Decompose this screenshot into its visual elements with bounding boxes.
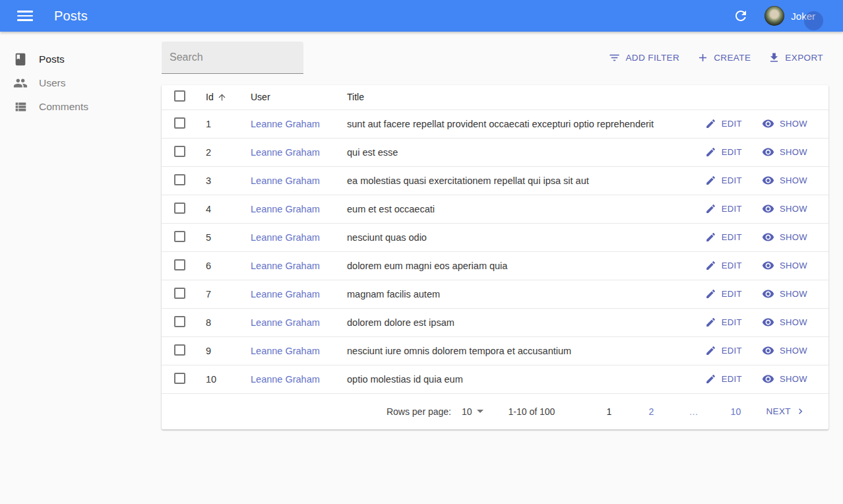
- rows-per-page-select[interactable]: 10: [462, 406, 484, 417]
- user-link[interactable]: Leanne Graham: [251, 204, 320, 214]
- row-checkbox[interactable]: [174, 174, 185, 185]
- pencil-icon: [705, 288, 716, 299]
- sidebar-item-users[interactable]: Users: [0, 71, 158, 95]
- show-button[interactable]: SHOW: [761, 257, 809, 274]
- edit-button[interactable]: EDIT: [704, 201, 743, 217]
- table-row: 3 Leanne Graham ea molestias quasi exerc…: [162, 166, 828, 195]
- user-link[interactable]: Leanne Graham: [251, 175, 320, 186]
- posts-table-card: Id User Title 1 Leanne Graham sunt aut f…: [162, 85, 828, 429]
- row-checkbox[interactable]: [174, 316, 185, 327]
- row-checkbox[interactable]: [174, 146, 185, 157]
- row-checkbox[interactable]: [174, 288, 185, 299]
- column-header-user[interactable]: User: [251, 92, 270, 102]
- pencil-icon: [705, 175, 716, 186]
- edit-button[interactable]: EDIT: [704, 371, 743, 387]
- page-ellipsis: …: [680, 402, 706, 421]
- user-link[interactable]: Leanne Graham: [251, 119, 320, 129]
- cell-title: dolorem eum magni eos aperiam quia: [346, 251, 678, 280]
- sidebar-item-comments[interactable]: Comments: [0, 95, 158, 119]
- sidebar-item-label: Comments: [39, 101, 88, 113]
- eye-icon: [762, 373, 774, 385]
- book-icon: [13, 52, 28, 67]
- column-header-id: Id: [206, 92, 214, 102]
- eye-icon: [762, 344, 774, 357]
- table-row: 1 Leanne Graham sunt aut facere repellat…: [162, 110, 828, 138]
- next-page-button[interactable]: NEXT: [766, 406, 806, 417]
- pagination-bar: Rows per page: 10 1-10 of 100 12…10 NEXT: [162, 394, 828, 429]
- row-checkbox[interactable]: [174, 117, 185, 129]
- plus-icon: [697, 51, 709, 64]
- show-button[interactable]: SHOW: [761, 342, 809, 360]
- table-body: 1 Leanne Graham sunt aut facere repellat…: [162, 110, 828, 393]
- hamburger-menu-icon[interactable]: [17, 8, 33, 24]
- user-link[interactable]: Leanne Graham: [251, 261, 320, 271]
- pencil-icon: [705, 118, 716, 129]
- download-icon: [768, 51, 780, 64]
- export-button[interactable]: EXPORT: [763, 48, 828, 67]
- pagination-range: 1-10 of 100: [509, 406, 555, 417]
- table-row: 7 Leanne Graham magnam facilis autem EDI…: [162, 280, 828, 308]
- table-header: Id User Title: [162, 85, 828, 110]
- sort-by-id[interactable]: Id: [206, 92, 227, 102]
- page-button-2[interactable]: 2: [638, 402, 664, 421]
- list-icon: [13, 100, 28, 114]
- list-toolbar: ADD FILTER CREATE EXPORT: [162, 42, 828, 74]
- user-avatar[interactable]: [765, 6, 784, 26]
- table-row: 10 Leanne Graham optio molestias id quia…: [162, 365, 828, 393]
- user-link[interactable]: Leanne Graham: [251, 317, 320, 328]
- pencil-icon: [705, 260, 716, 271]
- refresh-button[interactable]: [729, 4, 753, 28]
- edit-button[interactable]: EDIT: [704, 144, 743, 160]
- cell-title: nesciunt quas odio: [346, 223, 678, 251]
- row-checkbox[interactable]: [174, 231, 185, 242]
- cell-id: 1: [197, 110, 250, 138]
- show-button[interactable]: SHOW: [761, 228, 809, 246]
- cell-title: eum et est occaecati: [346, 195, 678, 223]
- page-button-10[interactable]: 10: [722, 402, 749, 421]
- table-row: 4 Leanne Graham eum et est occaecati EDI…: [162, 195, 828, 223]
- eye-icon: [762, 117, 774, 130]
- show-button[interactable]: SHOW: [761, 115, 809, 133]
- user-link[interactable]: Leanne Graham: [251, 289, 320, 299]
- cell-id: 2: [197, 138, 250, 166]
- eye-icon: [762, 203, 774, 215]
- search-input[interactable]: [162, 42, 303, 74]
- cell-title: sunt aut facere repellat provident occae…: [346, 110, 678, 138]
- chevron-down-icon: [477, 410, 484, 413]
- edit-button[interactable]: EDIT: [704, 229, 743, 245]
- cell-title: dolorem dolore est ipsam: [346, 308, 678, 336]
- user-link[interactable]: Leanne Graham: [251, 147, 320, 158]
- show-button[interactable]: SHOW: [761, 172, 809, 189]
- edit-button[interactable]: EDIT: [704, 286, 743, 302]
- cell-id: 10: [197, 365, 250, 393]
- create-button[interactable]: CREATE: [691, 48, 756, 67]
- row-checkbox[interactable]: [174, 259, 185, 270]
- user-link[interactable]: Leanne Graham: [251, 374, 320, 385]
- show-button[interactable]: SHOW: [761, 200, 809, 218]
- sidebar-item-posts[interactable]: Posts: [0, 47, 158, 71]
- select-all-checkbox[interactable]: [174, 90, 185, 102]
- show-button[interactable]: SHOW: [761, 313, 809, 331]
- edit-button[interactable]: EDIT: [704, 257, 743, 274]
- edit-button[interactable]: EDIT: [704, 314, 743, 331]
- show-button[interactable]: SHOW: [761, 143, 809, 161]
- edit-button[interactable]: EDIT: [704, 172, 743, 189]
- add-filter-button[interactable]: ADD FILTER: [603, 48, 685, 67]
- column-header-title[interactable]: Title: [347, 92, 364, 102]
- cell-title: qui est esse: [346, 138, 678, 166]
- edit-button[interactable]: EDIT: [704, 115, 743, 132]
- row-checkbox[interactable]: [174, 373, 185, 384]
- show-button[interactable]: SHOW: [761, 370, 809, 388]
- row-checkbox[interactable]: [174, 203, 185, 214]
- user-link[interactable]: Leanne Graham: [251, 232, 320, 243]
- sidebar-item-label: Users: [39, 77, 65, 89]
- show-button[interactable]: SHOW: [761, 285, 809, 303]
- user-link[interactable]: Leanne Graham: [251, 346, 320, 356]
- edit-button[interactable]: EDIT: [704, 342, 743, 359]
- row-checkbox[interactable]: [174, 344, 185, 356]
- user-name[interactable]: Joker: [791, 11, 815, 22]
- table-row: 5 Leanne Graham nesciunt quas odio EDIT …: [162, 223, 828, 251]
- eye-icon: [762, 146, 774, 158]
- cell-id: 7: [197, 280, 250, 308]
- cell-id: 3: [197, 166, 250, 195]
